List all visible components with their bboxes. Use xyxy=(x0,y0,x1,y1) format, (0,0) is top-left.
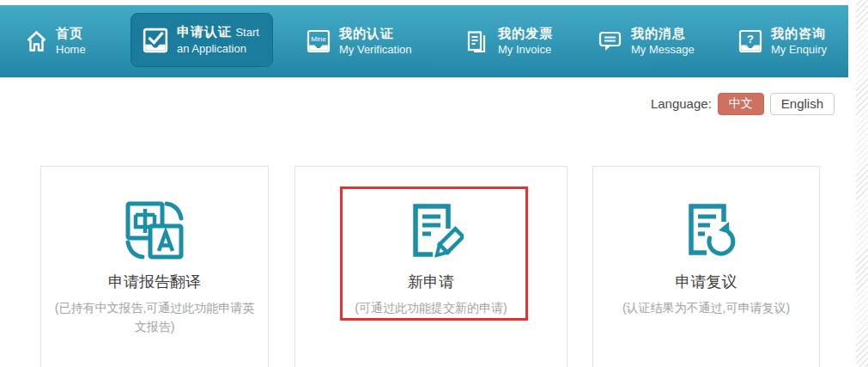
page: 首页 Home 申请认证 Start an Application xyxy=(0,0,868,367)
nav-item-start-application[interactable]: 申请认证 Start an Application xyxy=(131,13,273,67)
action-cards: 申请报告翻译 (已持有中文报告,可通过此功能申请英文报告) 新申请 (可通过此功… xyxy=(40,166,820,367)
card-report-translation-subtitle: (已持有中文报告,可通过此功能申请英文报告) xyxy=(41,298,268,336)
card-review[interactable]: 申请复议 (认证结果为不通过,可申请复议) xyxy=(592,166,820,367)
nav-item-my-enquiry[interactable]: ? 我的咨询 My Enquiry xyxy=(738,5,827,77)
review-icon xyxy=(674,198,739,263)
svg-text:Mine: Mine xyxy=(311,35,326,43)
nav-item-my-verification[interactable]: Mine 我的认证 My Verification xyxy=(307,5,412,77)
card-review-subtitle: (认证结果为不通过,可申请复议) xyxy=(610,298,802,317)
language-switcher: Language: 中文 English xyxy=(651,92,835,115)
translate-icon xyxy=(122,198,187,263)
language-english-button[interactable]: English xyxy=(770,93,835,115)
nav-item-my-message[interactable]: 我的消息 My Message xyxy=(598,5,695,77)
nav-my-enquiry-label-en: My Enquiry xyxy=(771,43,827,57)
svg-text:?: ? xyxy=(747,33,754,46)
nav-item-home[interactable]: 首页 Home xyxy=(26,5,86,77)
home-icon xyxy=(26,30,47,52)
card-new-application[interactable]: 新申请 (可通过此功能提交新的申请) xyxy=(294,166,568,367)
card-report-translation-title: 申请报告翻译 xyxy=(108,272,201,292)
new-application-icon xyxy=(398,198,464,263)
nav-my-verification-label-zh: 我的认证 xyxy=(339,26,412,42)
nav-home-label-zh: 首页 xyxy=(56,26,86,42)
nav-my-message-label-zh: 我的消息 xyxy=(631,26,695,42)
top-navbar: 首页 Home 申请认证 Start an Application xyxy=(0,5,848,77)
nav-start-application-label-zh: 申请认证 xyxy=(177,24,232,39)
nav-my-verification-label-en: My Verification xyxy=(339,43,412,57)
nav-item-my-invoice[interactable]: 我的发票 My Invoice xyxy=(465,5,553,77)
language-chinese-button[interactable]: 中文 xyxy=(718,93,764,115)
message-icon xyxy=(598,29,622,53)
nav-my-invoice-label-zh: 我的发票 xyxy=(498,26,553,42)
language-label: Language: xyxy=(651,96,712,111)
checkbox-icon xyxy=(143,28,168,53)
mine-badge-icon: Mine xyxy=(307,29,331,53)
nav-my-enquiry-label-zh: 我的咨询 xyxy=(771,26,827,42)
nav-my-invoice-label-en: My Invoice xyxy=(498,43,553,57)
nav-my-message-label-en: My Message xyxy=(631,43,695,57)
nav-home-label-en: Home xyxy=(56,43,86,57)
question-icon: ? xyxy=(738,29,762,53)
card-new-application-subtitle: (可通过此功能提交新的申请) xyxy=(343,298,519,317)
outside-viewport-hatch xyxy=(856,0,868,367)
invoice-icon xyxy=(465,29,489,53)
card-review-title: 申请复议 xyxy=(676,272,737,292)
card-report-translation[interactable]: 申请报告翻译 (已持有中文报告,可通过此功能申请英文报告) xyxy=(40,166,269,367)
card-new-application-title: 新申请 xyxy=(408,272,454,292)
